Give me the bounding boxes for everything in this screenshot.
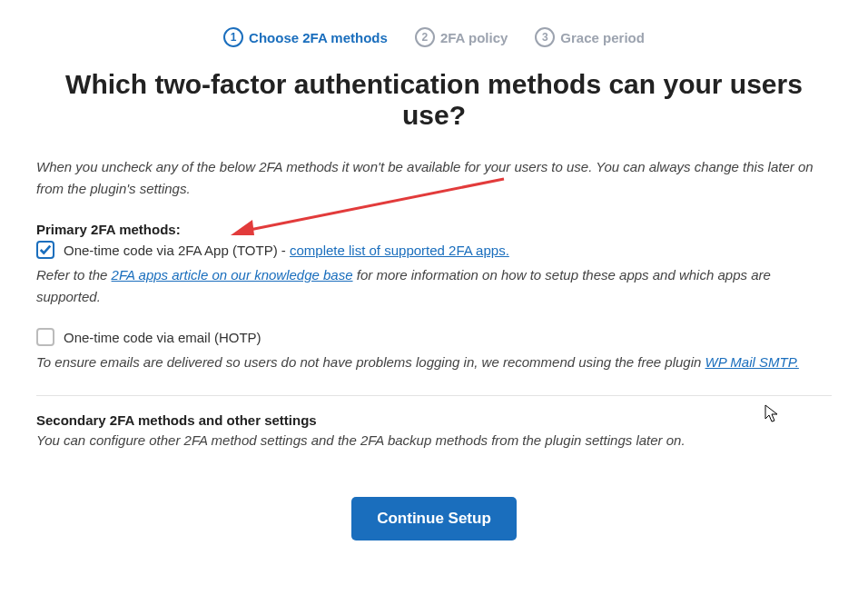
step-3-label: Grace period [560, 30, 645, 45]
divider [36, 395, 832, 396]
primary-methods-label: Primary 2FA methods: [36, 222, 832, 237]
hotp-checkbox[interactable] [36, 328, 54, 346]
step-1-label: Choose 2FA methods [249, 30, 388, 45]
totp-checkbox[interactable] [36, 241, 54, 259]
secondary-methods-title: Secondary 2FA methods and other settings [36, 412, 832, 428]
supported-apps-link[interactable]: complete list of supported 2FA apps. [290, 243, 509, 258]
step-2[interactable]: 2 2FA policy [415, 27, 508, 47]
kb-article-link[interactable]: 2FA apps article on our knowledge base [112, 267, 353, 283]
page-title: Which two-factor authentication methods … [36, 69, 832, 131]
hotp-label: One-time code via email (HOTP) [64, 330, 261, 345]
continue-button[interactable]: Continue Setup [351, 497, 517, 540]
wizard-steps: 1 Choose 2FA methods 2 2FA policy 3 Grac… [0, 0, 868, 69]
step-2-label: 2FA policy [440, 30, 508, 45]
wp-mail-smtp-link[interactable]: WP Mail SMTP. [705, 354, 799, 370]
step-3[interactable]: 3 Grace period [535, 27, 645, 47]
hotp-option-row: One-time code via email (HOTP) [36, 328, 832, 346]
totp-hint: Refer to the 2FA apps article on our kno… [36, 264, 832, 308]
totp-option-row: One-time code via 2FA App (TOTP) - compl… [36, 241, 832, 259]
step-3-number: 3 [535, 27, 555, 47]
totp-label: One-time code via 2FA App (TOTP) - [64, 243, 290, 258]
step-2-number: 2 [415, 27, 435, 47]
check-icon [39, 243, 52, 256]
hotp-hint: To ensure emails are delivered so users … [36, 352, 832, 373]
step-1-number: 1 [223, 27, 243, 47]
secondary-methods-desc: You can configure other 2FA method setti… [36, 430, 832, 451]
step-1[interactable]: 1 Choose 2FA methods [223, 27, 388, 47]
intro-text: When you uncheck any of the below 2FA me… [36, 156, 832, 200]
